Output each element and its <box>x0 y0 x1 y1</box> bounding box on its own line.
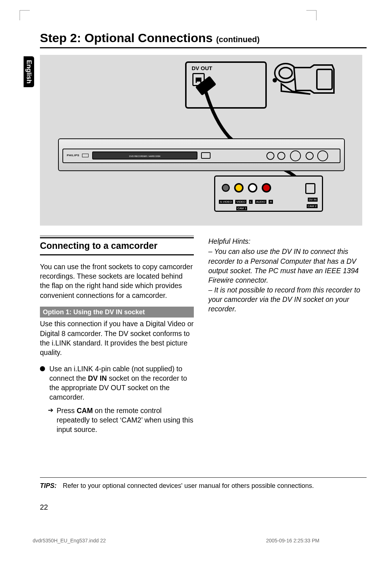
brand-label: PHILIPS <box>67 154 79 157</box>
option-heading: Option 1: Using the DV IN socket <box>40 307 194 318</box>
arrow-text-bold: CAM <box>77 407 93 415</box>
audio-label: AUDIO <box>255 200 266 204</box>
dv-in-port-icon <box>305 183 315 194</box>
hints-title: Helpful Hints: <box>208 236 362 246</box>
tips-footer: TIPS: Refer to your optional connected d… <box>40 477 367 490</box>
control-button-icon <box>266 152 274 160</box>
tips-text: Refer to your optional connected devices… <box>63 482 314 489</box>
dvin-label: DV IN <box>308 198 318 202</box>
option-paragraph: Use this connection if you have a Digita… <box>40 319 194 357</box>
eject-button-icon <box>201 152 211 159</box>
svideo-jack-icon <box>222 184 230 192</box>
result-arrow: Press CAM on the remote control repeated… <box>40 406 194 434</box>
page-title-row: Step 2: Optional Connections (continued) <box>40 31 367 48</box>
page-content: Step 2: Optional Connections (continued)… <box>40 31 367 438</box>
audio-l-label: L <box>249 200 253 204</box>
connection-diagram: DV OUT PHILIPS <box>40 55 362 226</box>
control-button-icon <box>277 152 285 160</box>
dvd-recorder-icon: PHILIPS DVD RECORDER / HARD DISK <box>58 138 345 171</box>
video-label: VIDEO <box>235 200 246 204</box>
page-number: 22 <box>40 503 48 512</box>
right-column: Helpful Hints: – You can also use the DV… <box>208 236 362 438</box>
cam1-label: CAM 1 <box>236 206 247 210</box>
audio-r-label: R <box>269 200 273 204</box>
intro-paragraph: You can use the front sockets to copy ca… <box>40 262 194 300</box>
print-footer: dvdr5350H_EU_Eng537.indd 22 2005-09-16 2… <box>33 538 319 543</box>
page-title: Step 2: Optional Connections (continued) <box>40 31 367 45</box>
audio-right-jack-icon <box>262 183 271 193</box>
jog-dial-icon <box>290 150 301 161</box>
footer-timestamp: 2005-09-16 2:25:33 PM <box>266 538 319 543</box>
footer-file: dvdr5350H_EU_Eng537.indd 22 <box>33 538 106 543</box>
left-column: Connecting to a camcorder You can use th… <box>40 236 194 438</box>
tips-label: TIPS: <box>40 482 57 489</box>
title-main: Step 2: Optional Connections <box>40 31 216 45</box>
front-av-panel: S-VIDEO VIDEO L AUDIO R DV IN CAM 1 CAM … <box>214 175 323 212</box>
svideo-label: S-VIDEO <box>219 200 233 204</box>
video-jack-icon <box>234 183 244 193</box>
bullet-text-bold: DV IN <box>88 374 107 382</box>
control-button-icon <box>306 152 314 160</box>
title-continued: (continued) <box>216 35 260 44</box>
section-heading: Connecting to a camcorder <box>40 237 194 255</box>
hdd-icon <box>82 154 89 157</box>
hint-2: – It is not possible to record from this… <box>208 285 362 314</box>
hint-1: – You can also use the DV IN to connect … <box>208 247 362 285</box>
disc-tray-label: DVD RECORDER / HARD DISK <box>92 151 197 159</box>
audio-left-jack-icon <box>248 183 257 193</box>
record-button-icon <box>317 150 328 161</box>
language-tab: English <box>24 56 34 87</box>
av-labels: S-VIDEO VIDEO L AUDIO R DV IN CAM 1 CAM … <box>219 198 318 208</box>
crop-mark <box>20 10 30 20</box>
text-columns: Connecting to a camcorder You can use th… <box>40 236 362 438</box>
step-bullet: Use an i.LINK 4-pin cable (not supplied)… <box>40 364 194 402</box>
cam2-label: CAM 2 <box>307 204 318 208</box>
arrow-text-pre: Press <box>57 407 77 415</box>
crop-mark <box>306 10 317 20</box>
